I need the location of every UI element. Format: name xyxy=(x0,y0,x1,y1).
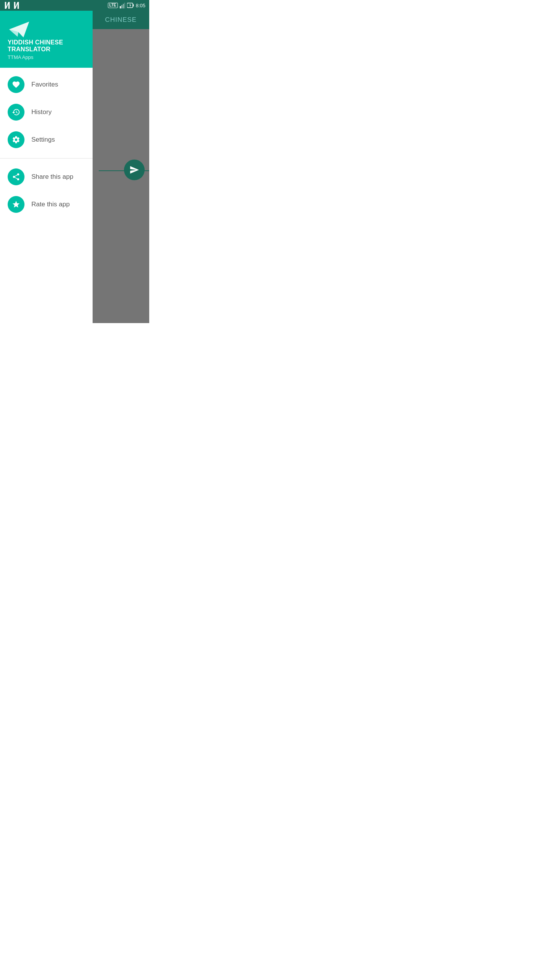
right-panel-content xyxy=(93,29,149,323)
svg-rect-0 xyxy=(120,6,121,8)
clock-icon xyxy=(12,108,20,116)
history-icon-circle xyxy=(8,104,24,121)
share-icon xyxy=(12,173,20,181)
lte-badge: LTE xyxy=(108,3,118,8)
menu-item-favorites[interactable]: Favorites xyxy=(0,71,93,98)
clock: 8:05 xyxy=(136,3,145,8)
svg-rect-1 xyxy=(121,5,122,8)
history-label: History xyxy=(31,108,52,116)
settings-icon-circle xyxy=(8,131,24,148)
menu-item-settings[interactable]: Settings xyxy=(0,126,93,154)
right-panel-header: CHINESE xyxy=(93,11,149,29)
star-icon xyxy=(12,200,20,209)
app-subtitle: TTMA Apps xyxy=(8,54,85,60)
app-logo xyxy=(8,20,31,39)
status-left-icons xyxy=(4,2,20,9)
battery-icon xyxy=(127,3,134,8)
right-panel: CHINESE xyxy=(93,11,149,323)
nav-drawer: YIDDISH CHINESE TRANSLATOR TTMA Apps Fav… xyxy=(0,11,93,323)
translate-button[interactable] xyxy=(124,160,145,180)
svg-marker-7 xyxy=(9,21,29,37)
send-icon xyxy=(129,165,139,175)
settings-label: Settings xyxy=(31,136,55,144)
notification-icon-1 xyxy=(4,2,11,9)
status-bar: LTE 8:05 xyxy=(0,0,149,11)
menu-divider xyxy=(0,158,93,158)
rate-icon-circle xyxy=(8,196,24,213)
share-icon-circle xyxy=(8,168,24,185)
drawer-menu: Favorites History xyxy=(0,68,93,323)
svg-rect-3 xyxy=(124,3,125,8)
menu-item-share[interactable]: Share this app xyxy=(0,163,93,191)
favorites-label: Favorites xyxy=(31,81,58,88)
gear-icon xyxy=(12,136,20,144)
svg-marker-6 xyxy=(129,4,131,7)
right-panel-title: CHINESE xyxy=(105,16,137,23)
svg-rect-5 xyxy=(133,4,134,7)
notification-icon-2 xyxy=(13,2,20,9)
menu-item-history[interactable]: History xyxy=(0,98,93,126)
main-layout: CHINESE YIDDISH CHINESE TRANSLATOR TTMA … xyxy=(0,11,149,323)
secondary-menu-group: Share this app Rate this app xyxy=(0,160,93,221)
favorites-icon-circle xyxy=(8,76,24,93)
drawer-header: YIDDISH CHINESE TRANSLATOR TTMA Apps xyxy=(0,11,93,68)
svg-rect-2 xyxy=(123,4,124,8)
app-title: YIDDISH CHINESE TRANSLATOR xyxy=(8,39,85,53)
signal-icon xyxy=(120,2,125,8)
menu-item-rate[interactable]: Rate this app xyxy=(0,191,93,218)
status-right-icons: LTE 8:05 xyxy=(108,2,145,8)
heart-icon xyxy=(12,80,20,89)
rate-label: Rate this app xyxy=(31,201,70,208)
primary-menu-group: Favorites History xyxy=(0,68,93,157)
share-label: Share this app xyxy=(31,173,73,181)
